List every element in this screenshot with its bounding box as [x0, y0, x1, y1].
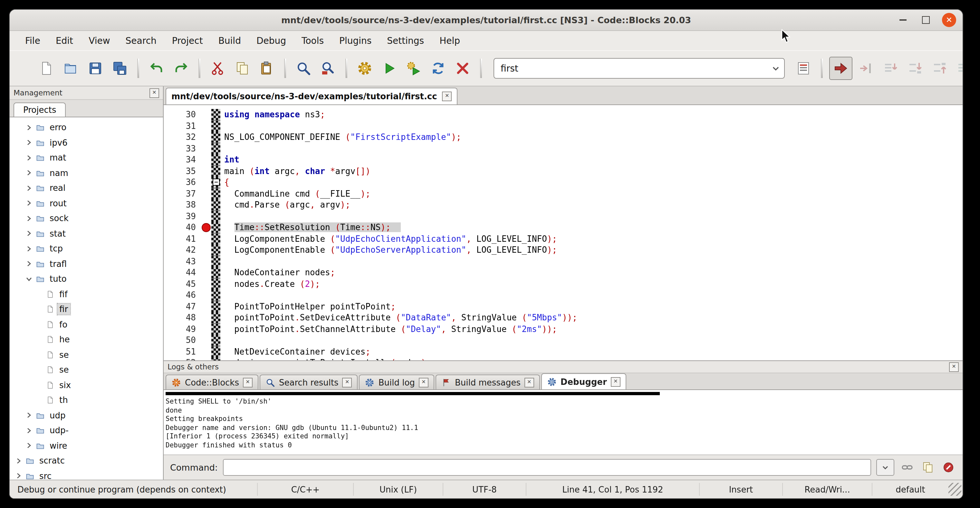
tree-item-wire[interactable]: wire: [10, 438, 163, 453]
menu-build[interactable]: Build: [212, 33, 247, 48]
line-number[interactable]: 42: [164, 244, 201, 256]
link-icon[interactable]: [899, 460, 915, 475]
next-line-button[interactable]: [880, 57, 901, 79]
line-number[interactable]: 44: [164, 267, 201, 278]
breakpoint-margin[interactable]: [201, 188, 212, 199]
breakpoint-margin[interactable]: [201, 278, 212, 290]
line-number[interactable]: 51: [164, 346, 201, 357]
tree-item-stat[interactable]: stat: [10, 226, 163, 241]
chevron-collapsed-icon[interactable]: [25, 427, 33, 434]
chevron-collapsed-icon[interactable]: [25, 261, 33, 267]
tree-item-real[interactable]: real: [10, 180, 163, 196]
chevron-collapsed-icon[interactable]: [25, 170, 33, 176]
combo-dropdown-icon[interactable]: [767, 59, 784, 78]
tree-item-src[interactable]: src: [10, 468, 163, 479]
breakpoint-margin[interactable]: [201, 109, 212, 120]
breakpoint-margin[interactable]: [201, 210, 212, 222]
new-file-button[interactable]: [35, 57, 57, 79]
tree-item-erro[interactable]: erro: [10, 120, 163, 135]
tree-item-se[interactable]: se: [10, 362, 163, 377]
breakpoint-margin[interactable]: [201, 132, 212, 143]
build-button[interactable]: [354, 57, 375, 79]
step-into-button[interactable]: [904, 57, 926, 79]
abort-build-button[interactable]: [452, 57, 474, 79]
save-file-button[interactable]: [84, 57, 106, 79]
fold-marker-icon[interactable]: [212, 179, 220, 186]
tree-item-fo[interactable]: fo: [10, 317, 163, 332]
line-number[interactable]: 46: [164, 290, 201, 301]
log-tab-code-blocks[interactable]: Code::Blocks✕: [165, 374, 258, 389]
debugger-log[interactable]: Setting SHELL to '/bin/sh'doneSetting br…: [164, 390, 963, 454]
undo-button[interactable]: [146, 57, 167, 79]
line-number[interactable]: 52: [164, 357, 201, 360]
tree-item-trafl[interactable]: trafl: [10, 256, 163, 271]
breakpoint-margin[interactable]: [201, 154, 212, 166]
breakpoint-margin[interactable]: [201, 267, 212, 278]
menu-help[interactable]: Help: [433, 33, 466, 48]
stop-debugger-icon[interactable]: [941, 460, 956, 475]
run-to-cursor-button[interactable]: [855, 57, 877, 79]
log-tab-close-icon[interactable]: ✕: [243, 377, 253, 387]
run-button[interactable]: [378, 57, 400, 79]
open-file-button[interactable]: [60, 57, 82, 79]
menu-search[interactable]: Search: [119, 33, 163, 48]
line-number[interactable]: 39: [164, 210, 201, 222]
breakpoint-margin[interactable]: [201, 312, 212, 323]
line-number[interactable]: 35: [164, 166, 201, 177]
log-tab-debugger[interactable]: Debugger✕: [541, 373, 626, 389]
step-out-button[interactable]: [929, 57, 950, 79]
tab-projects[interactable]: Projects: [14, 102, 66, 117]
breakpoint-margin[interactable]: [201, 233, 212, 244]
menu-edit[interactable]: Edit: [49, 33, 80, 48]
chevron-collapsed-icon[interactable]: [25, 215, 33, 222]
management-close-icon[interactable]: ✕: [150, 88, 159, 98]
breakpoint-margin[interactable]: [201, 346, 212, 357]
cut-button[interactable]: [207, 57, 229, 79]
command-dropdown[interactable]: [876, 459, 894, 476]
log-tab-search-results[interactable]: Search results✕: [260, 374, 358, 389]
breakpoint-margin[interactable]: [201, 357, 212, 360]
line-number[interactable]: 34: [164, 154, 201, 166]
tree-item-nam[interactable]: nam: [10, 166, 163, 180]
tree-item-fir[interactable]: fir: [10, 302, 163, 317]
breakpoint-margin[interactable]: [201, 323, 212, 334]
tree-item-se[interactable]: se: [10, 347, 163, 362]
command-input[interactable]: [223, 459, 871, 476]
line-number[interactable]: 48: [164, 312, 201, 323]
log-tab-build-messages[interactable]: Build messages✕: [436, 374, 540, 389]
line-number[interactable]: 50: [164, 334, 201, 346]
line-number[interactable]: 38: [164, 199, 201, 210]
copy-button[interactable]: [231, 57, 253, 79]
line-number[interactable]: 37: [164, 188, 201, 199]
build-and-run-button[interactable]: [403, 57, 425, 79]
log-tab-close-icon[interactable]: ✕: [525, 377, 534, 387]
chevron-collapsed-icon[interactable]: [25, 443, 33, 449]
logs-close-icon[interactable]: ✕: [949, 362, 959, 372]
chevron-collapsed-icon[interactable]: [25, 245, 33, 252]
projects-tree[interactable]: erroipv6matnamrealroutsockstattcptrafltu…: [10, 117, 163, 479]
line-number[interactable]: 32: [164, 132, 201, 143]
editor-tab-first-cc[interactable]: mnt/dev/tools/source/ns-3-dev/examples/t…: [165, 88, 458, 104]
title-bar[interactable]: mnt/dev/tools/source/ns-3-dev/examples/t…: [10, 10, 963, 31]
menu-project[interactable]: Project: [165, 33, 209, 48]
line-number[interactable]: 41: [164, 233, 201, 244]
line-number[interactable]: 43: [164, 256, 201, 267]
search-options-button[interactable]: [792, 57, 815, 79]
breakpoint-margin[interactable]: [201, 256, 212, 267]
line-number[interactable]: 36: [164, 177, 201, 188]
chevron-collapsed-icon[interactable]: [25, 185, 33, 191]
log-tab-close-icon[interactable]: ✕: [611, 377, 620, 387]
debug-continue-button[interactable]: [829, 57, 853, 80]
tree-item-fif[interactable]: fif: [10, 287, 163, 302]
breakpoint-margin[interactable]: [201, 166, 212, 177]
breakpoint-margin[interactable]: [201, 143, 212, 154]
menu-debug[interactable]: Debug: [250, 33, 293, 48]
tree-item-tuto[interactable]: tuto: [10, 271, 163, 287]
resize-grip[interactable]: [948, 483, 961, 496]
breakpoint-margin[interactable]: [201, 244, 212, 256]
rebuild-button[interactable]: [427, 57, 449, 79]
line-number[interactable]: 47: [164, 301, 201, 312]
menu-file[interactable]: File: [19, 33, 47, 48]
code-editor[interactable]: 30using namespace ns3;3132NS_LOG_COMPONE…: [164, 105, 963, 360]
line-number[interactable]: 40: [164, 222, 201, 233]
